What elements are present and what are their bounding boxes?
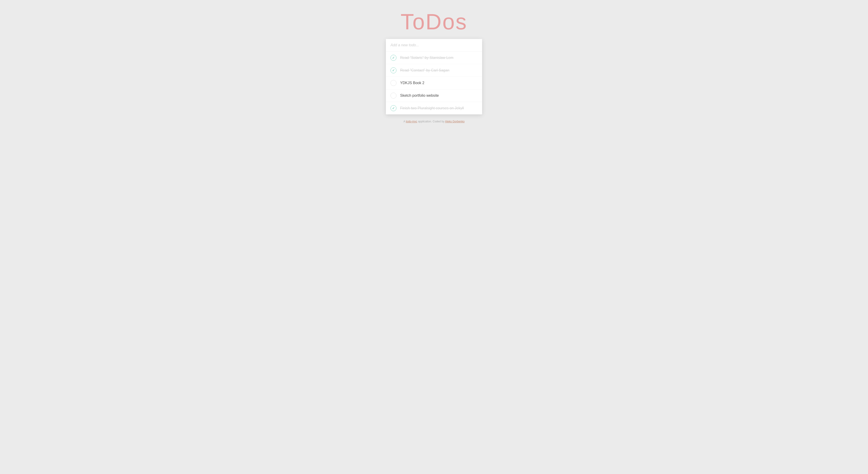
todo-text-3: YDKJS Book 2 [400,81,477,85]
todo-item: ✓Sketch portfolio website [386,89,482,102]
checkmark-icon: ✓ [392,107,395,110]
todo-item: ✓Read "Solaris" by Stanislaw Lem [386,52,482,64]
todo-checkbox-2[interactable]: ✓ [391,67,397,73]
todo-checkbox-1[interactable]: ✓ [391,55,397,61]
author-link[interactable]: Aleks Gorbenko [445,120,464,123]
footer-middle: application. Coded by [417,120,445,123]
todo-text-2: Read "Contact" by Carl Sagan [400,68,477,72]
checkmark-icon: ✓ [392,56,395,59]
todo-text-1: Read "Solaris" by Stanislaw Lem [400,56,477,60]
todo-checkbox-4[interactable]: ✓ [391,93,397,98]
footer-prefix: A [404,120,406,123]
todo-list: ✓Read "Solaris" by Stanislaw Lem✓Read "C… [386,52,482,114]
todo-text-4: Sketch portfolio website [400,93,477,98]
todo-container: ✓Read "Solaris" by Stanislaw Lem✓Read "C… [386,39,482,114]
todo-text-5: Finish two Pluralsight courses on Jekyll [400,106,477,110]
app-title: ToDos [401,9,467,34]
todo-item: ✓Read "Contact" by Carl Sagan [386,64,482,77]
todo-checkbox-3[interactable]: ✓ [391,80,397,86]
checkmark-icon: ✓ [392,69,395,72]
todo-checkbox-5[interactable]: ✓ [391,105,397,111]
footer-text: A todo-mvc application. Coded by Aleks G… [404,120,465,123]
todo-item: ✓YDKJS Book 2 [386,77,482,89]
todo-item: ✓Finish two Pluralsight courses on Jekyl… [386,102,482,114]
todo-mvc-link[interactable]: todo-mvc [406,120,417,123]
new-todo-input[interactable] [386,39,482,51]
todo-input-wrapper [386,39,482,52]
